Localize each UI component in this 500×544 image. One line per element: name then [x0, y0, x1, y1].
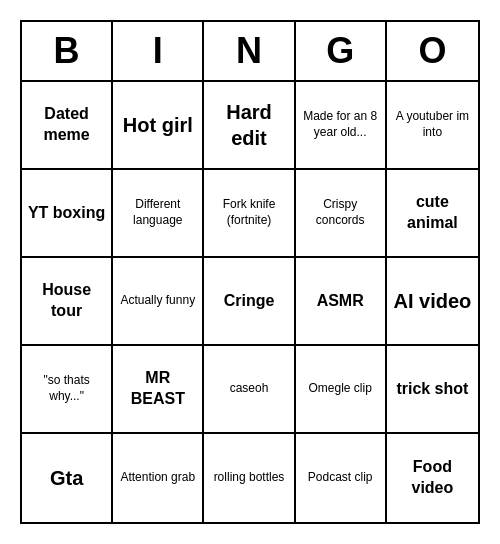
bingo-cell-10[interactable]: House tour	[22, 258, 113, 346]
bingo-cell-3[interactable]: Made for an 8 year old...	[296, 82, 387, 170]
bingo-cell-0[interactable]: Dated meme	[22, 82, 113, 170]
bingo-cell-12[interactable]: Cringe	[204, 258, 295, 346]
bingo-cell-20[interactable]: Gta	[22, 434, 113, 522]
bingo-cell-21[interactable]: Attention grab	[113, 434, 204, 522]
bingo-cell-18[interactable]: Omegle clip	[296, 346, 387, 434]
bingo-cell-15[interactable]: "so thats why..."	[22, 346, 113, 434]
bingo-header: BINGO	[22, 22, 478, 82]
bingo-card: BINGO Dated memeHot girlHard editMade fo…	[20, 20, 480, 524]
bingo-cell-8[interactable]: Crispy concords	[296, 170, 387, 258]
bingo-grid: Dated memeHot girlHard editMade for an 8…	[22, 82, 478, 522]
bingo-cell-19[interactable]: trick shot	[387, 346, 478, 434]
bingo-cell-14[interactable]: AI video	[387, 258, 478, 346]
header-letter-n: N	[204, 22, 295, 80]
bingo-cell-16[interactable]: MR BEAST	[113, 346, 204, 434]
header-letter-b: B	[22, 22, 113, 80]
bingo-cell-7[interactable]: Fork knife (fortnite)	[204, 170, 295, 258]
bingo-cell-23[interactable]: Podcast clip	[296, 434, 387, 522]
header-letter-o: O	[387, 22, 478, 80]
bingo-cell-6[interactable]: Different language	[113, 170, 204, 258]
header-letter-g: G	[296, 22, 387, 80]
bingo-cell-13[interactable]: ASMR	[296, 258, 387, 346]
bingo-cell-11[interactable]: Actually funny	[113, 258, 204, 346]
header-letter-i: I	[113, 22, 204, 80]
bingo-cell-1[interactable]: Hot girl	[113, 82, 204, 170]
bingo-cell-4[interactable]: A youtuber im into	[387, 82, 478, 170]
bingo-cell-22[interactable]: rolling bottles	[204, 434, 295, 522]
bingo-cell-2[interactable]: Hard edit	[204, 82, 295, 170]
bingo-cell-9[interactable]: cute animal	[387, 170, 478, 258]
bingo-cell-24[interactable]: Food video	[387, 434, 478, 522]
bingo-cell-17[interactable]: caseoh	[204, 346, 295, 434]
bingo-cell-5[interactable]: YT boxing	[22, 170, 113, 258]
